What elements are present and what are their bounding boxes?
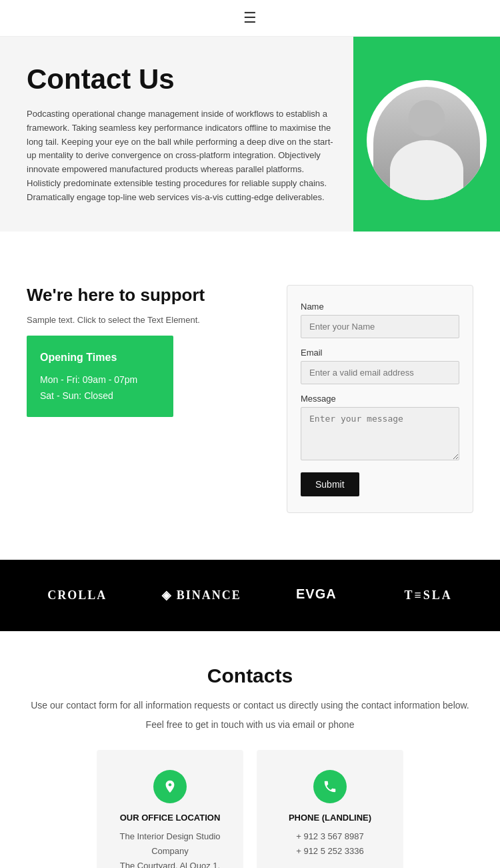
hero-image	[353, 37, 500, 232]
contact-form: Name Email Message Submit	[287, 285, 473, 513]
svg-text:EVGA: EVGA	[296, 586, 337, 601]
location-card-text: The Interior Design Studio Company The C…	[110, 829, 230, 868]
map-pin-icon	[163, 779, 177, 794]
phone-svg-icon	[323, 779, 337, 794]
message-textarea[interactable]	[301, 407, 459, 460]
hero-title: Contact Us	[27, 63, 333, 95]
hero-description: Podcasting operational change management…	[27, 107, 333, 205]
contacts-sub: Feel free to get in touch with us via em…	[27, 719, 473, 730]
phone-icon	[313, 770, 347, 803]
menu-icon[interactable]: ☰	[243, 9, 257, 27]
contact-cards: OUR OFFICE LOCATION The Interior Design …	[27, 750, 473, 868]
brands-section: CROLLA ◈ BINANCE EVGA T≡SLA	[0, 560, 500, 631]
hero-section: Contact Us Podcasting operational change…	[0, 37, 500, 232]
opening-title: Opening Times	[40, 352, 160, 364]
contacts-title: Contacts	[27, 665, 473, 687]
opening-weekdays: Mon - Fri: 09am - 07pm	[40, 374, 160, 385]
evga-logo-svg: EVGA	[296, 586, 349, 601]
hero-person	[373, 87, 480, 200]
header: ☰	[0, 0, 500, 37]
submit-button[interactable]: Submit	[301, 472, 359, 496]
email-label: Email	[301, 348, 459, 358]
brand-binance: ◈ BINANCE	[162, 588, 241, 602]
support-title: We're here to support	[27, 285, 267, 306]
support-section: We're here to support Sample text. Click…	[0, 265, 500, 533]
opening-weekend: Sat - Sun: Closed	[40, 390, 160, 401]
brand-evga: EVGA	[296, 586, 349, 604]
name-label: Name	[301, 302, 459, 312]
location-icon	[153, 770, 187, 803]
brand-tesla: T≡SLA	[405, 588, 453, 602]
phone-card: PHONE (LANDLINE) + 912 3 567 8987 + 912 …	[257, 750, 403, 868]
opening-box: Opening Times Mon - Fri: 09am - 07pm Sat…	[27, 336, 173, 417]
location-card: OUR OFFICE LOCATION The Interior Design …	[97, 750, 243, 868]
message-label: Message	[301, 394, 459, 404]
location-card-title: OUR OFFICE LOCATION	[110, 813, 230, 823]
name-input[interactable]	[301, 315, 459, 338]
support-left: We're here to support Sample text. Click…	[27, 285, 267, 417]
email-input[interactable]	[301, 361, 459, 384]
support-sample-text: Sample text. Click to select the Text El…	[27, 315, 267, 325]
phone-card-text: + 912 3 567 8987 + 912 5 252 3336	[270, 829, 390, 859]
brand-crolla: CROLLA	[47, 588, 107, 602]
contacts-description: Use our contact form for all information…	[27, 698, 473, 713]
hero-text: Contact Us Podcasting operational change…	[0, 37, 353, 232]
phone-card-title: PHONE (LANDLINE)	[270, 813, 390, 823]
contacts-section: Contacts Use our contact form for all in…	[0, 631, 500, 868]
hero-portrait-circle	[367, 80, 487, 200]
